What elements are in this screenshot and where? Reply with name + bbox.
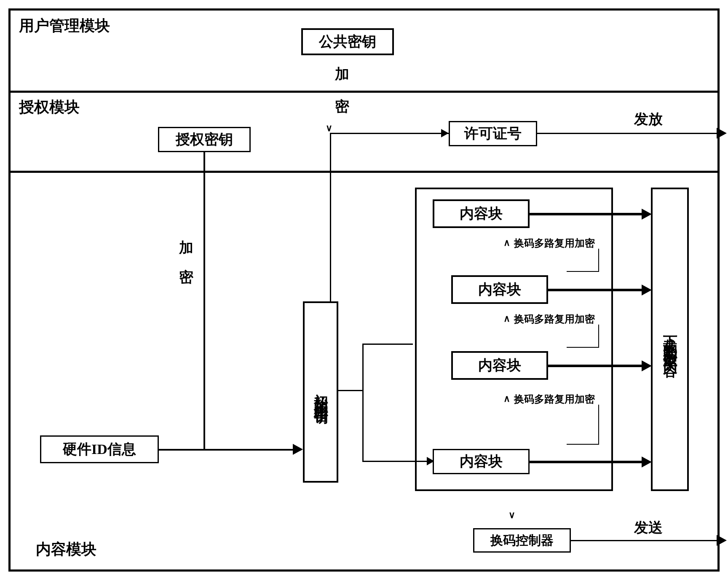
swap-conn-1b [567, 271, 599, 272]
arrow-issue [717, 128, 727, 139]
encrypt-left-1: 加 [179, 238, 193, 258]
swap-conn-2a [598, 325, 599, 348]
send-label: 发送 [634, 518, 663, 537]
encrypt-left-2: 密 [179, 268, 193, 287]
divider-1 [11, 91, 717, 93]
download-enc-box: 下载的加密数字内容 [651, 188, 689, 491]
line-public-to-license [330, 133, 449, 134]
encrypt-label-top-2: 密 [335, 97, 349, 116]
arrow-cb1 [642, 209, 652, 220]
content-block-1: 内容块 [433, 199, 530, 228]
divider-2 [11, 171, 717, 173]
content-block-4: 内容块 [433, 449, 530, 474]
line-issue [537, 133, 718, 134]
init-enc-key-box: 初始加密密钥 [303, 301, 338, 483]
swap-conn-1a [598, 249, 599, 272]
arrow-cb4 [642, 456, 652, 467]
caret-2: ∧ [503, 314, 510, 323]
download-enc-text: 下载的加密数字内容 [660, 324, 680, 354]
caret-down-swap: ∨ [509, 510, 515, 520]
license-no-box: 许可证号 [449, 121, 537, 146]
line-cb2-out [548, 289, 643, 291]
arrow-hw-to-init [293, 444, 303, 455]
arrow-v-public: ∨ [326, 124, 332, 133]
content-block-2: 内容块 [451, 275, 548, 304]
issue-label: 发放 [634, 110, 663, 129]
content-module-label: 内容模块 [36, 539, 96, 560]
line-cb1-out [530, 213, 643, 215]
swap-controller-box: 换码控制器 [473, 528, 571, 553]
arrow-send [717, 535, 727, 546]
line-send [571, 540, 718, 541]
line-public-down [330, 133, 331, 301]
user-mgmt-label: 用户管理模块 [19, 16, 110, 36]
hardware-id-box: 硬件ID信息 [40, 435, 159, 463]
arrow-to-license [441, 129, 449, 137]
swap-conn-2b [567, 347, 599, 348]
auth-key-box: 授权密钥 [158, 127, 251, 152]
diagram-container: 用户管理模块 公共密钥 加 密 授权模块 授权密钥 许可证号 ∨ 发放 加 密 … [8, 8, 720, 572]
line-cb4-out [530, 461, 643, 463]
bracket-top [362, 344, 413, 345]
public-key-box: 公共密钥 [301, 28, 394, 55]
swap-label-1: 换码多路复用加密 [514, 236, 595, 250]
content-block-3: 内容块 [451, 351, 548, 380]
content-blocks-container [415, 188, 613, 491]
init-enc-key-text: 初始加密密钥 [311, 382, 330, 402]
swap-label-3: 换码多路复用加密 [514, 392, 595, 406]
caret-1: ∧ [503, 238, 510, 247]
bracket-vert [362, 344, 364, 462]
arrow-cb2 [642, 285, 652, 295]
line-hw-to-init [159, 449, 301, 451]
swap-label-2: 换码多路复用加密 [514, 312, 595, 326]
arrow-cb3 [642, 360, 652, 371]
line-cb3-out [548, 365, 643, 367]
auth-module-label: 授权模块 [19, 97, 80, 118]
swap-conn-3a [598, 405, 599, 445]
encrypt-label-top-1: 加 [335, 64, 349, 84]
caret-3: ∧ [503, 394, 510, 403]
line-init-out [338, 390, 364, 391]
line-authkey-down [203, 152, 205, 450]
swap-conn-3b [567, 444, 599, 445]
